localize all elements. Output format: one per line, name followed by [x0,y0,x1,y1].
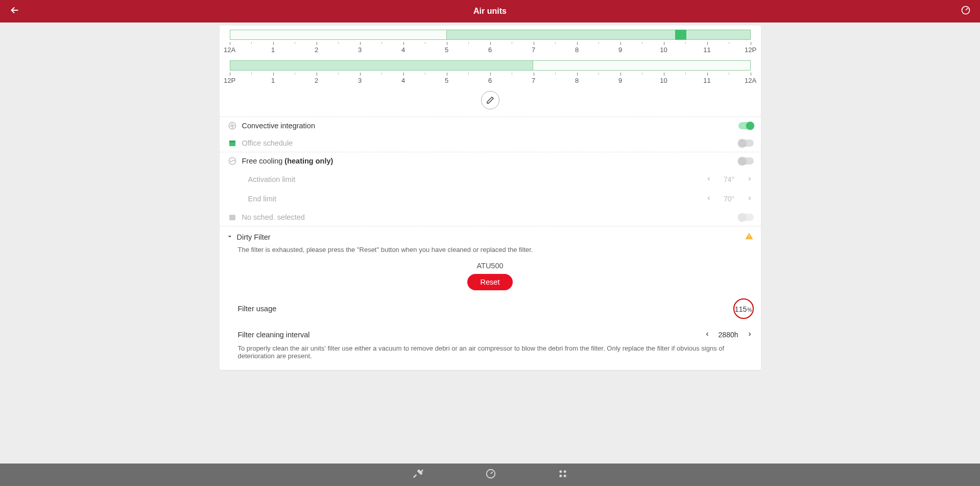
calendar-icon [227,139,238,147]
end-limit-label: End limit [248,195,705,203]
chevron-right-icon[interactable] [746,193,754,204]
free-cooling-toggle[interactable] [738,157,754,165]
unit-name: ATU500 [220,262,761,270]
caret-down-icon [227,233,233,242]
dirty-filter-title: Dirty Filter [237,233,745,241]
schedule-timeline-am: 12A123456789101112P [220,26,761,56]
chevron-left-icon[interactable] [703,329,711,340]
svg-rect-3 [229,141,235,142]
calendar-icon [227,213,238,221]
fan-icon [227,121,238,130]
fan-icon [227,156,238,166]
schedule-fill-pm [230,60,534,71]
convective-toggle[interactable] [738,122,754,129]
warning-icon [745,232,754,243]
dirty-filter-header[interactable]: Dirty Filter [220,226,761,245]
app-header: Air units [0,0,980,22]
office-schedule-label: Office schedule [242,139,738,147]
page-title: Air units [473,7,507,16]
schedule-fill-am [446,30,751,40]
chevron-right-icon[interactable] [746,174,754,185]
filter-usage-row: Filter usage 115% [220,291,761,322]
convective-label: Convective integration [242,122,738,130]
edit-schedule-button[interactable] [481,91,499,109]
free-cooling-row: Free cooling (heating only) [220,152,761,170]
filter-info-text: To properly clean the air units' filter … [220,343,761,364]
office-schedule-row: Office schedule [220,134,761,152]
back-button[interactable] [9,5,20,18]
schedule-marker[interactable] [675,30,686,40]
end-limit-stepper[interactable]: 70° [705,193,754,204]
free-cooling-label: Free cooling (heating only) [242,157,738,165]
dirty-filter-message: The filter is exhausted, please press th… [220,245,761,258]
activation-limit-stepper[interactable]: 74° [705,174,754,185]
main-scroll[interactable]: 12A123456789101112P 12P123456789101112A … [0,22,980,464]
convective-row: Convective integration [220,117,761,134]
no-sched-toggle [738,214,754,221]
activation-limit-label: Activation limit [248,175,705,183]
reset-button[interactable]: Reset [467,274,513,290]
filter-interval-stepper[interactable]: 2880h [703,329,754,340]
filter-usage-badge: 115% [733,298,754,319]
end-limit-row: End limit 70° [220,189,761,209]
chevron-left-icon[interactable] [705,174,713,185]
svg-rect-5 [229,215,235,220]
filter-interval-row: Filter cleaning interval 2880h [220,322,761,343]
office-schedule-toggle[interactable] [738,140,754,147]
speedometer-icon[interactable] [961,5,971,17]
settings-card: 12A123456789101112P 12P123456789101112A … [220,26,761,370]
schedule-timeline-pm: 12P123456789101112A [220,56,761,87]
no-sched-row: No sched. selected [220,209,761,226]
no-sched-label: No sched. selected [242,213,738,221]
filter-interval-label: Filter cleaning interval [238,331,703,339]
filter-usage-label: Filter usage [238,305,733,313]
chevron-left-icon[interactable] [705,193,713,204]
chevron-right-icon[interactable] [746,329,754,340]
activation-limit-row: Activation limit 74° [220,170,761,189]
